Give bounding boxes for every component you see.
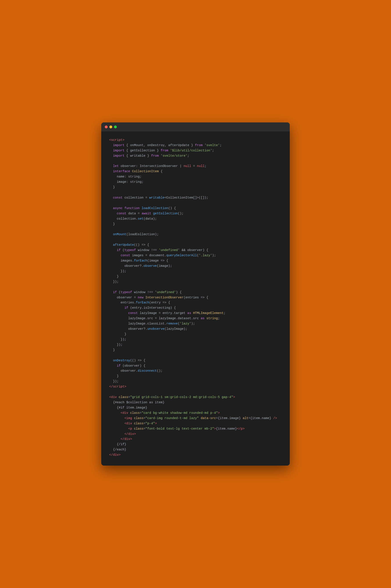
close-dot[interactable] <box>105 126 108 128</box>
title-bar <box>101 123 290 132</box>
code-editor-window: <script> import { onMount, onDestroy, af… <box>101 123 290 465</box>
maximize-dot[interactable] <box>114 126 117 128</box>
minimize-dot[interactable] <box>109 126 112 128</box>
code-content: <script> import { onMount, onDestroy, af… <box>101 132 290 465</box>
